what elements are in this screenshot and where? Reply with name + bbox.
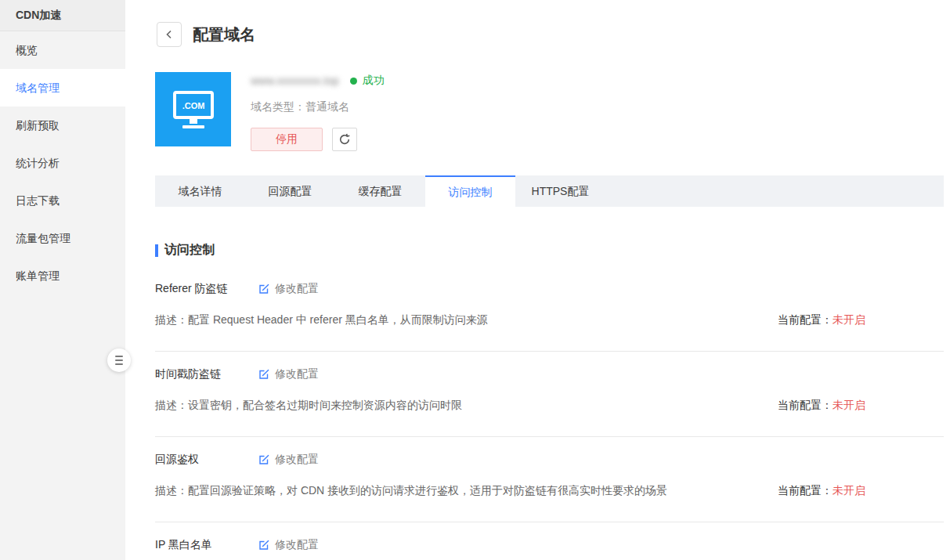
tab-bar: 域名详情 回源配置 缓存配置 访问控制 HTTPS配置 (155, 175, 944, 207)
modify-config-label: 修改配置 (275, 282, 319, 296)
tab-domain-details[interactable]: 域名详情 (155, 175, 245, 207)
current-config: 当前配置：未开启 (778, 313, 865, 327)
sidebar-item-traffic-package[interactable]: 流量包管理 (0, 219, 125, 257)
modify-config-link[interactable]: 修改配置 (258, 538, 319, 552)
sidebar-item-overview[interactable]: 概览 (0, 31, 125, 69)
edit-icon (258, 369, 269, 380)
setting-row-referer: Referer 防盗链 修改配置 描述：配置 Request Header 中 … (155, 266, 944, 352)
page-title: 配置域名 (193, 24, 255, 45)
modify-config-link[interactable]: 修改配置 (258, 282, 319, 296)
page-header: 配置域名 (125, 0, 950, 47)
domain-status: 成功 (350, 74, 385, 88)
back-button[interactable] (157, 22, 182, 47)
edit-icon (258, 454, 269, 465)
sidebar-item-refresh-prefetch[interactable]: 刷新预取 (0, 107, 125, 144)
domain-info: www.xxxxxxxx.top 成功 域名类型：普通域名 停用 (251, 72, 385, 151)
access-control-panel: 访问控制 Referer 防盗链 修改配置 描述：配置 Request Head… (155, 242, 944, 560)
back-chevron-icon (165, 30, 173, 39)
config-status-value: 未开启 (833, 313, 865, 326)
setting-row-origin-auth: 回源鉴权 修改配置 描述：配置回源验证策略，对 CDN 接收到的访问请求进行鉴权… (155, 437, 944, 522)
modify-config-label: 修改配置 (275, 538, 319, 552)
tab-access-control[interactable]: 访问控制 (425, 175, 515, 207)
section-accent-bar (155, 244, 158, 257)
sidebar-collapse-handle[interactable] (107, 349, 131, 372)
refresh-button[interactable] (332, 128, 357, 151)
disable-button[interactable]: 停用 (251, 128, 323, 151)
current-config-label: 当前配置： (778, 399, 833, 411)
setting-title: 回源鉴权 (155, 453, 258, 467)
config-status-value: 未开启 (833, 484, 865, 497)
main-content: 配置域名 .COM www.xxxxxxxx.top 成功 域名类型：普通域名 … (125, 0, 950, 560)
setting-description: 描述：设置密钥，配合签名过期时间来控制资源内容的访问时限 (155, 399, 462, 413)
tab-origin-config[interactable]: 回源配置 (245, 175, 335, 207)
setting-row-ip-list: IP 黑白名单 修改配置 允许或者禁止某些 IP 或 IP 段的访问，帮助您解决… (155, 522, 944, 560)
modify-config-link[interactable]: 修改配置 (258, 367, 319, 381)
edit-icon (258, 284, 269, 294)
setting-description: 描述：配置回源验证策略，对 CDN 接收到的访问请求进行鉴权，适用于对防盗链有很… (155, 484, 667, 498)
sidebar-item-billing[interactable]: 账单管理 (0, 257, 125, 294)
domain-type-label: 域名类型：普通域名 (251, 100, 385, 114)
current-config: 当前配置：未开启 (778, 399, 865, 413)
section-header: 访问控制 (155, 242, 944, 258)
setting-row-timestamp: 时间戳防盗链 修改配置 描述：设置密钥，配合签名过期时间来控制资源内容的访问时限… (155, 352, 944, 437)
sidebar: CDN加速 概览 域名管理 刷新预取 统计分析 日志下载 流量包管理 账单管理 (0, 0, 125, 560)
current-config-label: 当前配置： (778, 313, 833, 326)
section-title: 访问控制 (164, 242, 215, 258)
config-status-value: 未开启 (833, 399, 865, 411)
domain-card: .COM www.xxxxxxxx.top 成功 域名类型：普通域名 停用 (155, 72, 950, 151)
domain-status-label: 成功 (363, 74, 385, 88)
tab-https-config[interactable]: HTTPS配置 (515, 175, 605, 207)
status-dot-icon (350, 78, 357, 85)
sidebar-item-statistics[interactable]: 统计分析 (0, 144, 125, 182)
sidebar-item-domain-management[interactable]: 域名管理 (0, 69, 125, 107)
edit-icon (258, 540, 269, 551)
svg-text:.COM: .COM (182, 101, 204, 110)
modify-config-label: 修改配置 (275, 453, 319, 467)
setting-title: IP 黑白名单 (155, 538, 258, 552)
domain-name: www.xxxxxxxx.top (251, 74, 339, 87)
current-config-label: 当前配置： (778, 484, 833, 497)
setting-title: Referer 防盗链 (155, 282, 258, 296)
setting-title: 时间戳防盗链 (155, 367, 258, 381)
domain-icon: .COM (155, 72, 231, 146)
tab-cache-config[interactable]: 缓存配置 (335, 175, 425, 207)
modify-config-link[interactable]: 修改配置 (258, 453, 319, 467)
refresh-icon (338, 133, 351, 146)
setting-description: 描述：配置 Request Header 中 referer 黑白名单，从而限制… (155, 313, 488, 327)
monitor-com-icon: .COM (167, 83, 220, 136)
sidebar-item-log-download[interactable]: 日志下载 (0, 182, 125, 219)
modify-config-label: 修改配置 (275, 367, 319, 381)
sidebar-title: CDN加速 (0, 0, 125, 31)
current-config: 当前配置：未开启 (778, 484, 865, 498)
